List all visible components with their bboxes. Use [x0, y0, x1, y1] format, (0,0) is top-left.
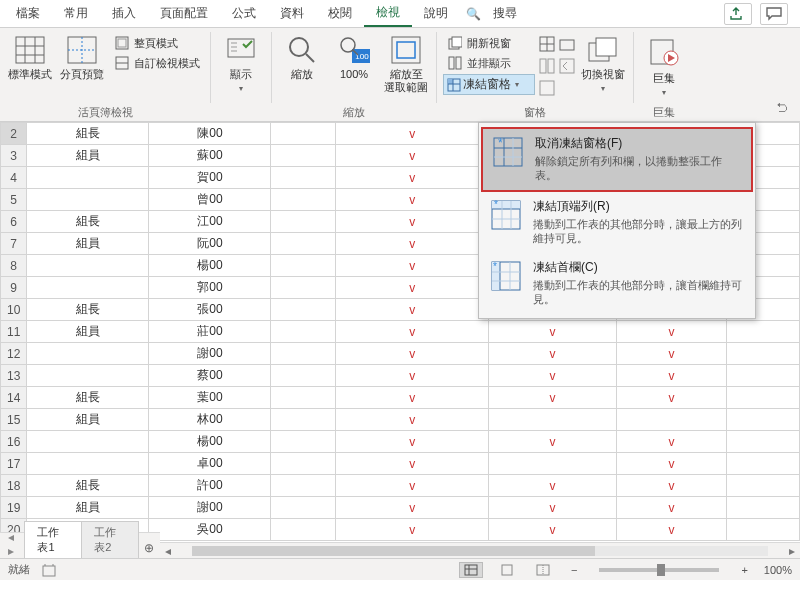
tab-help[interactable]: 說明: [412, 1, 460, 26]
cell[interactable]: 組員: [27, 409, 149, 431]
share-button[interactable]: [724, 3, 752, 25]
cell[interactable]: 楊00: [149, 255, 271, 277]
cell[interactable]: [27, 167, 149, 189]
cell[interactable]: v: [616, 387, 726, 409]
horizontal-scrollbar[interactable]: ◂ ▸: [160, 542, 800, 558]
cell[interactable]: [726, 431, 799, 453]
cell[interactable]: v: [616, 343, 726, 365]
cell[interactable]: [271, 343, 336, 365]
table-row[interactable]: 16楊00vvv: [1, 431, 800, 453]
cell[interactable]: 蔡00: [149, 365, 271, 387]
row-header[interactable]: 9: [1, 277, 27, 299]
cell[interactable]: 謝00: [149, 497, 271, 519]
zoom-out-button[interactable]: −: [567, 564, 581, 576]
show-dropdown[interactable]: 顯示▾: [217, 32, 265, 97]
pagebreak-preview-button[interactable]: 分頁預覽: [58, 32, 106, 83]
cell[interactable]: v: [488, 387, 616, 409]
row-header[interactable]: 2: [1, 123, 27, 145]
cell[interactable]: v: [336, 343, 488, 365]
collapse-ribbon-icon[interactable]: ⮌: [770, 101, 794, 115]
scroll-right-icon[interactable]: ▸: [784, 544, 800, 558]
cell[interactable]: v: [336, 277, 488, 299]
row-header[interactable]: 12: [1, 343, 27, 365]
freeze-panes-dropdown[interactable]: 凍結窗格: [443, 74, 535, 95]
cell[interactable]: [726, 321, 799, 343]
cell[interactable]: 蘇00: [149, 145, 271, 167]
table-row[interactable]: 13蔡00vvv: [1, 365, 800, 387]
cell[interactable]: [726, 343, 799, 365]
table-row[interactable]: 14組長葉00vvv: [1, 387, 800, 409]
row-header[interactable]: 15: [1, 409, 27, 431]
cell[interactable]: [488, 453, 616, 475]
cell[interactable]: v: [488, 475, 616, 497]
cell[interactable]: [271, 255, 336, 277]
cell[interactable]: v: [488, 497, 616, 519]
row-header[interactable]: 14: [1, 387, 27, 409]
cell[interactable]: 組員: [27, 233, 149, 255]
cell[interactable]: [271, 409, 336, 431]
cell[interactable]: v: [336, 145, 488, 167]
tab-data[interactable]: 資料: [268, 1, 316, 26]
cell[interactable]: v: [616, 519, 726, 541]
cell[interactable]: v: [336, 299, 488, 321]
cell[interactable]: v: [336, 167, 488, 189]
cell[interactable]: 賀00: [149, 167, 271, 189]
cell[interactable]: 林00: [149, 409, 271, 431]
cell[interactable]: 組長: [27, 299, 149, 321]
cell[interactable]: [726, 409, 799, 431]
cell[interactable]: v: [336, 189, 488, 211]
cell[interactable]: 組長: [27, 211, 149, 233]
cell[interactable]: v: [336, 365, 488, 387]
row-header[interactable]: 4: [1, 167, 27, 189]
cell[interactable]: [726, 475, 799, 497]
cell[interactable]: 卓00: [149, 453, 271, 475]
cell[interactable]: [27, 343, 149, 365]
cell[interactable]: [27, 277, 149, 299]
sync-scroll-icon[interactable]: [559, 58, 575, 74]
cell[interactable]: [27, 431, 149, 453]
cell[interactable]: v: [336, 431, 488, 453]
table-row[interactable]: 12謝00vvv: [1, 343, 800, 365]
zoom-selection-button[interactable]: 縮放至選取範圍: [382, 32, 430, 96]
row-header[interactable]: 3: [1, 145, 27, 167]
cell[interactable]: [271, 321, 336, 343]
cell[interactable]: 郭00: [149, 277, 271, 299]
sheet-nav[interactable]: ◂ ▸: [4, 530, 24, 558]
cell[interactable]: v: [336, 519, 488, 541]
cell[interactable]: [271, 453, 336, 475]
cell[interactable]: v: [336, 497, 488, 519]
cell[interactable]: [271, 431, 336, 453]
cell[interactable]: [27, 189, 149, 211]
cell[interactable]: 組員: [27, 145, 149, 167]
cell[interactable]: v: [616, 497, 726, 519]
unfreeze-panes-item[interactable]: * 取消凍結窗格(F) 解除鎖定所有列和欄，以捲動整張工作表。: [481, 127, 753, 192]
page-layout-view-icon[interactable]: [495, 562, 519, 578]
cell[interactable]: v: [488, 321, 616, 343]
macros-button[interactable]: 巨集▾: [640, 32, 688, 101]
cell[interactable]: [726, 365, 799, 387]
cell[interactable]: [271, 145, 336, 167]
zoom-slider[interactable]: [599, 568, 719, 572]
cell[interactable]: 許00: [149, 475, 271, 497]
cell[interactable]: [271, 189, 336, 211]
table-row[interactable]: 17卓00vv: [1, 453, 800, 475]
row-header[interactable]: 19: [1, 497, 27, 519]
hide-icon[interactable]: [559, 36, 575, 52]
cell[interactable]: 曾00: [149, 189, 271, 211]
cell[interactable]: v: [488, 343, 616, 365]
tab-home[interactable]: 常用: [52, 1, 100, 26]
cell[interactable]: v: [488, 431, 616, 453]
cell[interactable]: [27, 255, 149, 277]
sheet-tab-2[interactable]: 工作表2: [81, 521, 139, 558]
row-header[interactable]: 7: [1, 233, 27, 255]
cell[interactable]: [271, 519, 336, 541]
cell[interactable]: [726, 387, 799, 409]
cell[interactable]: 組長: [27, 387, 149, 409]
cell[interactable]: 江00: [149, 211, 271, 233]
cell[interactable]: v: [336, 233, 488, 255]
split-icon[interactable]: [539, 36, 555, 52]
cell[interactable]: 阮00: [149, 233, 271, 255]
tab-review[interactable]: 校閱: [316, 1, 364, 26]
cell[interactable]: [271, 123, 336, 145]
cell[interactable]: v: [336, 123, 488, 145]
